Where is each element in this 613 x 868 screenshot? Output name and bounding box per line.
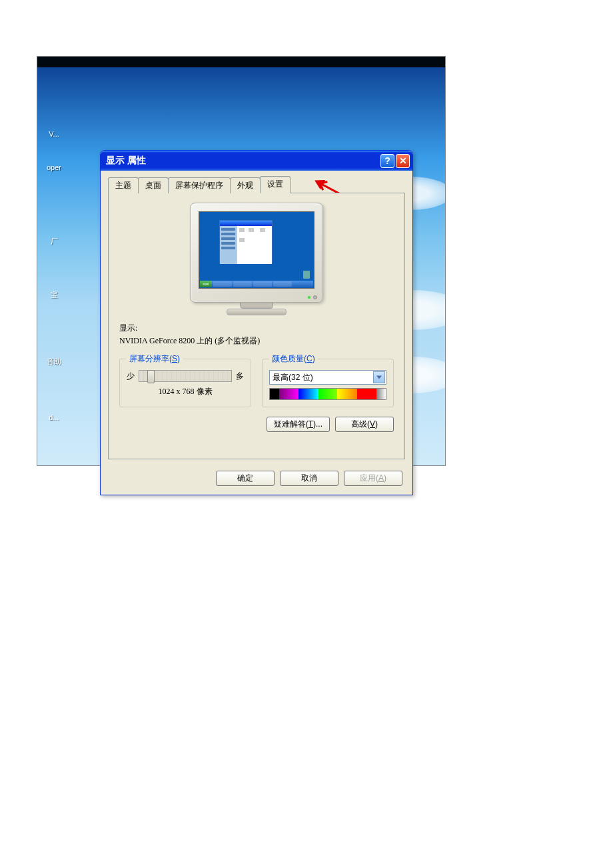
resolution-value: 1024 x 768 像素 [127,386,244,397]
troubleshoot-button[interactable]: 疑难解答(T)... [267,417,330,432]
desktop-icon-label: 音助 [37,357,71,367]
desktop-icon-label: 厂 [37,237,71,247]
help-button[interactable]: ? [380,154,394,168]
titlebar[interactable]: 显示 属性 ? ✕ [101,151,412,171]
power-led-icon [308,296,310,299]
color-quality-legend: 颜色质量(C) [269,353,318,365]
color-quality-combobox[interactable]: 最高(32 位) [269,370,386,385]
top-strip [37,57,445,67]
color-quality-group: 颜色质量(C) 最高(32 位) [262,353,394,407]
slider-less-label: 少 [127,371,135,382]
chevron-down-icon[interactable] [373,371,385,383]
display-adapter-info: NVIDIA GeForce 8200 上的 (多个监视器) [119,335,394,347]
slider-thumb[interactable] [147,370,155,383]
ok-button[interactable]: 确定 [216,471,275,486]
color-spectrum-bar [269,388,386,400]
resolution-legend: 屏幕分辨率(S) [127,353,183,365]
monitor-preview: start [190,203,323,316]
color-quality-value: 最高(32 位) [273,372,313,383]
tab-strip: 主题 桌面 屏幕保护程序 外观 设置 [108,176,405,193]
close-button[interactable]: ✕ [396,154,410,168]
titlebar-title: 显示 属性 [106,155,146,167]
desktop-icon-label: 宝 [37,290,71,300]
apply-button[interactable]: 应用(A) [344,471,402,486]
tab-screensaver[interactable]: 屏幕保护程序 [168,177,231,193]
start-button-icon: start [200,281,212,287]
advanced-button[interactable]: 高级(V) [335,417,394,432]
tab-appearance[interactable]: 外观 [230,177,261,193]
tab-theme[interactable]: 主题 [108,177,139,193]
settings-pane: start [108,193,405,459]
desktop-icon-label: V... [37,130,71,138]
tab-settings[interactable]: 设置 [260,176,291,193]
slider-more-label: 多 [236,371,244,382]
desktop-icon-label: oper [37,163,71,171]
tab-desktop[interactable]: 桌面 [138,177,169,193]
recycle-bin-icon [303,271,310,279]
resolution-group: 屏幕分辨率(S) 少 多 1024 x 768 像素 [119,353,251,407]
cancel-button[interactable]: 取消 [280,471,338,486]
power-button-icon [313,295,317,299]
display-label: 显示: [119,323,394,334]
desktop-icon-label: d... [37,413,71,421]
resolution-slider[interactable] [139,370,232,382]
display-properties-dialog: 显示 属性 ? ✕ 主题 桌面 屏幕保护程序 外观 设置 [100,150,413,495]
